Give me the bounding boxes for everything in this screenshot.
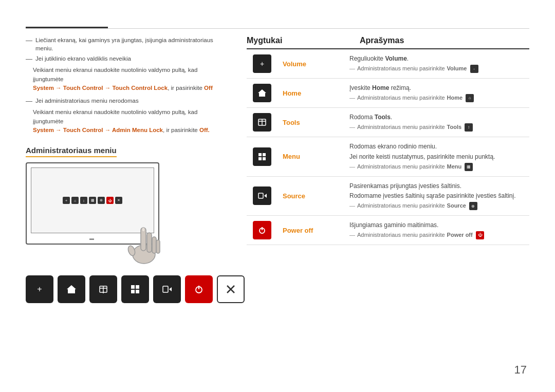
desc-main-volume: Reguliuokite Volume. [349,54,529,63]
svg-rect-14 [131,290,135,293]
svg-rect-3 [147,233,152,252]
page-number: 17 [514,363,527,377]
indent-block-2: Veikiant meniu ekranui naudokite nuotoli… [33,108,221,135]
link-2: System → Touch Control → Admin Menu Lock [33,127,163,133]
svg-point-6 [142,228,145,232]
table-row-menu: Menu Rodomas ekrano rodinio meniu. Jei n… [247,137,529,177]
table-row-tools: Tools Rodoma Tools. Administratoriaus me… [247,108,529,137]
row-label-menu: Menu [283,153,300,160]
svg-marker-23 [258,89,266,97]
desc-sub-menu: Administratoriaus meniu pasirinkite Menu… [349,163,529,171]
table-row-home: Home Įveskite Home režimą. Administrator… [247,79,529,108]
icon-btn-source[interactable] [153,275,181,303]
row-label-volume-col: Volume [278,54,349,73]
monitor-btn-x: ✕ [115,197,122,204]
row-icon-menu [247,142,278,171]
desc-main-menu: Rodomas ekrano rodinio meniu. [349,142,529,151]
power-icon [253,221,271,239]
volume-icon: + [253,54,271,73]
svg-text:+: + [37,285,42,293]
bullet-dash-1: — [26,36,32,45]
bullet-item-1: — Liečiant ekraną, kai gaminys yra įjung… [26,36,221,52]
svg-marker-8 [67,285,76,293]
table-row-source: Source Pasirenkamas prijungtas įvesties … [247,177,529,216]
table-row-power: Power off Išjungiamas gaminio maitinimas… [247,216,529,245]
th-mygtukai: Mygtukai [247,36,360,45]
hand-svg [123,217,164,269]
suffix-2: , ir pasirinkite [163,127,199,133]
svg-rect-28 [263,153,266,156]
source-icon [253,186,271,205]
row-icon-volume: + [247,54,278,73]
icon-btn-tools[interactable] [89,275,117,303]
page-container: — Liečiant ekraną, kai gaminys yra įjung… [0,0,555,392]
inline-icon-menu: ▦ [465,163,473,171]
menu-icon [253,147,271,166]
suffix-1: , ir pasirinkite [168,85,204,91]
right-column: Mygtukai Aprašymas + Volume Reguliuokite… [242,36,529,303]
monitor-btn-menu: ▦ [89,197,96,204]
icon-btn-close[interactable] [217,275,245,303]
svg-rect-29 [258,157,262,160]
svg-rect-13 [136,285,139,289]
row-label-home-col: Home [278,84,349,102]
row-label-volume: Volume [283,60,306,68]
svg-rect-30 [263,157,266,160]
desc-sub-tools: Administratoriaus meniu pasirinkite Tool… [349,123,529,132]
bullet-text-2: Jei jutiklinio ekrano valdiklis neveikia [35,54,131,63]
row-label-tools: Tools [283,119,300,126]
svg-rect-12 [131,285,135,289]
row-label-power-col: Power off [278,221,349,239]
row-label-source: Source [283,192,305,200]
bullet-text-1: Liečiant ekraną, kai gaminys yra įjungta… [35,36,221,52]
row-label-tools-col: Tools [278,113,349,132]
icon-btn-menu[interactable] [121,275,149,303]
svg-text:+: + [260,60,264,68]
icon-bar: + [26,275,221,303]
off-2: Off. [199,127,210,133]
desc-main2-menu: Jei norite keisti nustatymus, pasirinkit… [349,153,529,161]
desc-sub-volume: Administratoriaus meniu pasirinkite Volu… [349,65,529,73]
svg-marker-17 [169,287,172,291]
bullet-dash-3: — [26,97,32,106]
row-icon-source [247,182,278,211]
row-desc-menu: Rodomas ekrano rodinio meniu. Jei norite… [349,142,529,171]
monitor-btn-home: ⌂ [71,197,79,204]
table-row-volume: + Volume Reguliuokite Volume. Administra… [247,49,529,79]
left-column: — Liečiant ekraną, kai gaminys yra įjung… [26,36,221,303]
svg-rect-16 [163,286,168,292]
icon-btn-power[interactable] [185,275,213,303]
monitor-btn-plus: + [63,197,70,204]
svg-rect-31 [258,193,263,198]
bullet-text-3: Jei administratoriaus meniu nerodomas [35,97,139,105]
desc-sub-power: Administratoriaus meniu pasirinkite Powe… [349,231,529,239]
indent-text-2: Veikiant meniu ekranui naudokite nuotoli… [33,109,197,124]
svg-rect-27 [258,153,262,156]
row-desc-source: Pasirenkamas prijungtas įvesties šaltini… [349,182,529,211]
monitor-stand: ▬ [89,236,96,241]
bullet-item-2: — Jei jutiklinio ekrano valdiklis neveik… [26,54,221,64]
row-icon-tools [247,113,278,132]
th-aprasas: Aprašymas [360,36,529,45]
monitor-buttons-row: + ⌂ ↕ ▦ ⊕ ⏻ ✕ [63,197,122,204]
link-1: System → Touch Control → Touch Control L… [33,85,168,91]
desc-main-tools: Rodoma Tools. [349,113,529,122]
icon-btn-home[interactable] [58,275,85,303]
row-label-source-col: Source [278,182,349,211]
desc-main-source: Pasirenkamas prijungtas įvesties šaltini… [349,182,529,191]
bullet-item-3: — Jei administratoriaus meniu nerodomas [26,97,221,106]
desc-sub-source: Administratoriaus meniu pasirinkite Sour… [349,202,529,210]
icon-btn-volume[interactable]: + [26,275,53,303]
inline-icon-power: ⏻ [476,231,484,239]
inline-icon-source: ⊕ [469,202,477,210]
indent-text-1: Veikiant meniu ekranui naudokite nuotoli… [33,67,197,82]
home-icon [253,84,271,102]
row-desc-power: Išjungiamas gaminio maitinimas. Administ… [349,221,529,239]
svg-rect-5 [156,240,160,253]
svg-marker-32 [264,194,267,198]
indent-block-1: Veikiant meniu ekranui naudokite nuotoli… [33,66,221,92]
content-area: — Liečiant ekraną, kai gaminys yra įjung… [26,36,529,303]
bullet-dash-2: — [26,54,32,64]
row-desc-volume: Reguliuokite Volume. Administratoriaus m… [349,54,529,73]
monitor-illustration: + ⌂ ↕ ▦ ⊕ ⏻ ✕ ▬ [26,162,175,265]
